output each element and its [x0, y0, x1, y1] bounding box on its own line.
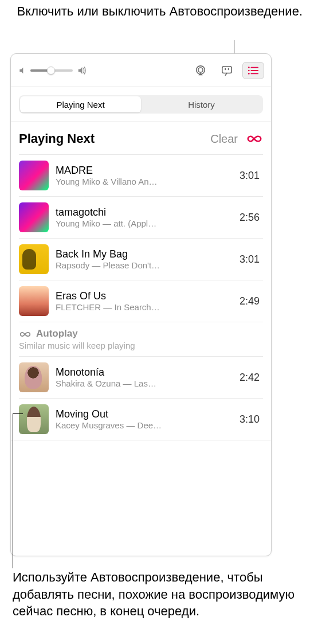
autoplay-list: Monotonía Shakira & Ozuna — Las… 2:42 Mo…: [19, 356, 263, 440]
playing-next-list: MADRE Young Miko & Villano An… 3:01 tama…: [19, 154, 263, 322]
autoplay-subtitle: Similar music will keep playing: [19, 341, 263, 350]
track-meta: tamagotchi Young Miko — att. (Appl…: [56, 206, 233, 228]
content-area: Playing Next History Playing Next Clear …: [11, 87, 271, 556]
track-duration: 2:42: [240, 372, 263, 384]
section-title: Playing Next: [19, 131, 210, 146]
callout-leader-tick: [13, 413, 23, 414]
svg-point-3: [225, 69, 226, 70]
svg-rect-2: [222, 66, 231, 73]
track-title: MADRE: [56, 165, 233, 177]
autoplay-toggle[interactable]: [246, 134, 263, 144]
volume-high-icon: [76, 65, 87, 76]
svg-point-1: [198, 68, 203, 72]
track-subtitle: Young Miko — att. (Appl…: [56, 218, 182, 228]
volume-low-icon: [18, 66, 27, 75]
lyrics-icon: [221, 65, 233, 76]
album-art: [19, 202, 49, 232]
svg-point-8: [248, 67, 250, 68]
callout-top: Включить или выключить Автовоспроизведен…: [0, 3, 303, 20]
track-duration: 3:01: [240, 170, 263, 182]
track-duration: 2:49: [240, 295, 263, 307]
volume-knob[interactable]: [47, 67, 55, 75]
segmented-control: Playing Next History: [19, 95, 263, 114]
track-row[interactable]: Monotonía Shakira & Ozuna — Las… 2:42: [19, 356, 263, 398]
track-row[interactable]: Moving Out Kacey Musgraves — Dee… 3:10: [19, 398, 263, 440]
track-meta: Monotonía Shakira & Ozuna — Las…: [56, 366, 233, 388]
track-row[interactable]: MADRE Young Miko & Villano An… 3:01: [19, 154, 263, 196]
track-subtitle: Kacey Musgraves — Dee…: [56, 420, 182, 430]
track-subtitle: Shakira & Ozuna — Las…: [56, 378, 182, 388]
album-art: [19, 286, 49, 316]
svg-point-4: [228, 69, 229, 70]
album-art: [19, 244, 49, 274]
track-subtitle: Rapsody — Please Don't…: [56, 260, 182, 270]
track-row[interactable]: Back In My Bag Rapsody — Please Don't… 3…: [19, 238, 263, 280]
track-title: tamagotchi: [56, 206, 233, 218]
toolbar: [11, 54, 271, 87]
queue-icon: [248, 66, 259, 75]
bottom-divider: [11, 440, 271, 440]
track-subtitle: Young Miko & Villano An…: [56, 177, 182, 186]
airplay-icon: [194, 65, 207, 76]
callout-bottom: Используйте Автовоспроизведение, чтобы д…: [13, 569, 303, 620]
album-art: [19, 404, 49, 434]
callout-leader-line-bottom: [13, 413, 13, 568]
queue-button[interactable]: [242, 62, 264, 79]
track-meta: Back In My Bag Rapsody — Please Don't…: [56, 248, 233, 270]
track-duration: 3:01: [240, 253, 263, 266]
infinity-small-icon: [19, 328, 32, 339]
track-row[interactable]: Eras Of Us FLETCHER — In Search… 2:49: [19, 280, 263, 322]
album-art: [19, 362, 49, 392]
svg-point-10: [248, 73, 250, 75]
track-title: Moving Out: [56, 408, 233, 420]
volume-slider[interactable]: [30, 69, 73, 72]
track-title: Eras Of Us: [56, 290, 233, 302]
tab-playing-next[interactable]: Playing Next: [20, 96, 141, 112]
track-title: Monotonía: [56, 366, 233, 378]
track-meta: Moving Out Kacey Musgraves — Dee…: [56, 408, 233, 430]
svg-point-9: [248, 69, 250, 71]
lyrics-button[interactable]: [216, 62, 238, 79]
track-meta: MADRE Young Miko & Villano An…: [56, 165, 233, 186]
queue-window: Playing Next History Playing Next Clear …: [10, 53, 272, 556]
airplay-button[interactable]: [190, 62, 211, 79]
track-duration: 2:56: [240, 212, 263, 224]
track-duration: 3:10: [240, 413, 263, 426]
tab-history[interactable]: History: [141, 96, 262, 112]
autoplay-section-header: Autoplay Similar music will keep playing: [19, 322, 263, 356]
infinity-icon: [246, 134, 263, 144]
section-header: Playing Next Clear: [19, 122, 263, 154]
track-title: Back In My Bag: [56, 248, 233, 260]
autoplay-label: Autoplay: [36, 328, 78, 339]
volume-control[interactable]: [18, 65, 87, 76]
track-meta: Eras Of Us FLETCHER — In Search…: [56, 290, 233, 312]
track-subtitle: FLETCHER — In Search…: [56, 302, 182, 312]
track-row[interactable]: tamagotchi Young Miko — att. (Appl… 2:56: [19, 196, 263, 238]
clear-button[interactable]: Clear: [210, 132, 238, 146]
album-art: [19, 161, 49, 190]
